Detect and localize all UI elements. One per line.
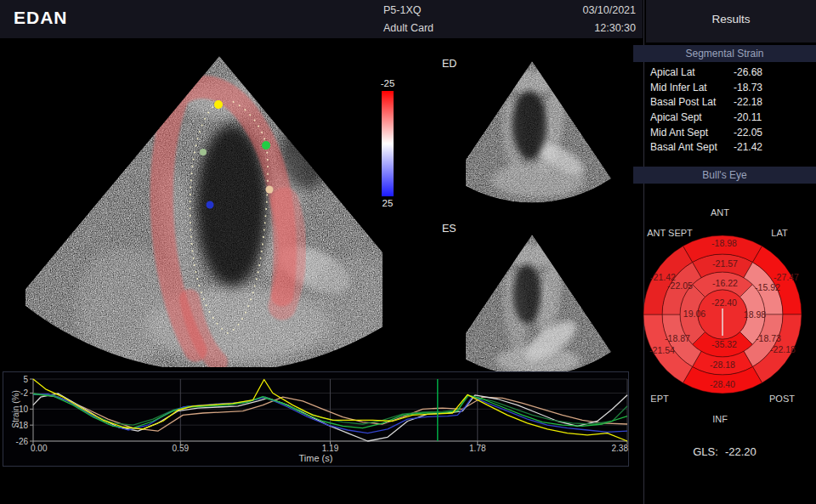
svg-text:1.19: 1.19 [322, 444, 339, 452]
bulls-eye-region-label: ANT SEPT [647, 228, 693, 238]
es-label: ES [442, 223, 456, 235]
table-row: Mid Ant Sept-22.05 [633, 125, 816, 140]
strain-chart: Strain (%) 5-2-10-18-260.000.591.191.782… [3, 371, 629, 467]
bulls-eye-value: -22.18 [770, 344, 796, 354]
bulls-eye-region-label: ANT [711, 207, 729, 218]
main-ultrasound-image [26, 53, 382, 367]
row-value: -20.11 [734, 111, 762, 123]
gls-readout: GLS:-22.20 [633, 445, 816, 458]
bulls-eye-value: -21.54 [649, 345, 675, 355]
strain-axis-label: Strain (%) [11, 379, 20, 440]
bulls-eye-region-label: POST [769, 394, 795, 404]
bulls-eye-region-label: LAT [771, 228, 788, 238]
svg-text:5: 5 [23, 375, 28, 384]
bulls-eye-value: -15.92 [755, 282, 780, 292]
preset-label: Adult Card [383, 22, 434, 34]
bulls-eye-value: -28.40 [710, 379, 735, 389]
bulls-eye-value: -27.47 [774, 272, 799, 282]
colorbar-min-label: 25 [368, 198, 407, 208]
contour-marker-pale-green[interactable] [200, 149, 207, 156]
date-label: 03/10/2021 [582, 4, 636, 16]
bulls-eye-value: -18.87 [665, 333, 690, 343]
row-value: -26.68 [734, 66, 762, 78]
chart-svg: 5-2-10-18-260.000.591.191.782.38 [3, 372, 628, 452]
ed-label: ED [442, 58, 456, 70]
bulls-eye-diagram: -16.2218.98-35.3219.06-21.57-15.92-18.73… [631, 189, 816, 430]
contour-marker-blue[interactable] [207, 201, 214, 209]
es-thumbnail[interactable] [466, 226, 629, 384]
bulls-eye-value: -22.40 [711, 297, 737, 308]
bulls-eye-region-label: EPT [650, 394, 669, 404]
contour-marker-yellow[interactable] [214, 100, 223, 109]
svg-text:2.38: 2.38 [612, 444, 628, 452]
bulls-eye-value: -18.73 [756, 333, 781, 343]
colorbar-max-label: -25 [368, 78, 407, 88]
row-label: Basal Post Lat [650, 96, 716, 108]
bulls-eye-value: -21.57 [712, 258, 738, 269]
svg-text:0.59: 0.59 [173, 444, 190, 452]
bulls-eye-region-label: INF [712, 414, 728, 424]
results-panel-header: Results [646, 0, 816, 42]
bulls-eye-header: Bull's Eye [633, 167, 816, 184]
segmental-strain-table: Apical Lat-26.68Mid Infer Lat-18.73Basal… [633, 65, 816, 155]
contour-marker-tan[interactable] [266, 186, 274, 194]
top-bar: EDAN P5-1XQ Adult Card 03/10/2021 12:30:… [0, 0, 643, 38]
row-label: Basal Ant Sept [650, 141, 717, 153]
results-title: Results [646, 13, 816, 25]
time-axis-label: Time (s) [3, 453, 628, 463]
edan-logo: EDAN [14, 8, 68, 28]
row-label: Apical Sept [650, 111, 702, 123]
table-row: Mid Infer Lat-18.73 [633, 80, 816, 95]
row-label: Mid Infer Lat [650, 82, 707, 93]
speckle-texture [26, 56, 382, 367]
svg-text:0.00: 0.00 [31, 444, 48, 452]
segmental-strain-header: Segmental Strain [633, 45, 816, 62]
table-row: Basal Ant Sept-21.42 [633, 139, 816, 155]
contour-marker-green[interactable] [262, 141, 270, 150]
ed-thumbnail[interactable] [466, 53, 629, 211]
bulls-eye-value: 18.98 [744, 309, 766, 320]
row-label: Apical Lat [650, 66, 695, 78]
table-row: Apical Lat-26.68 [633, 65, 816, 80]
screen: EDAN P5-1XQ Adult Card 03/10/2021 12:30:… [0, 0, 816, 504]
row-value: -21.42 [734, 141, 762, 153]
bulls-eye-value: -16.22 [712, 278, 738, 288]
table-row: Basal Post Lat-22.18 [633, 94, 816, 110]
row-value: -22.18 [734, 96, 762, 108]
strain-color-scale [382, 91, 394, 196]
svg-text:-2: -2 [20, 388, 28, 398]
bulls-eye-value: -18.98 [711, 238, 737, 248]
row-value: -22.05 [734, 127, 762, 139]
gls-label: GLS: [689, 445, 722, 458]
table-row: Apical Sept-20.11 [633, 110, 816, 125]
svg-text:1.78: 1.78 [469, 444, 486, 452]
bulls-eye-value: 19.06 [683, 309, 706, 319]
row-value: -18.73 [734, 82, 762, 93]
gls-value: -22.20 [722, 445, 760, 458]
bulls-eye-value: -35.32 [711, 339, 737, 349]
bulls-eye-value: -28.18 [710, 360, 735, 370]
row-label: Mid Ant Sept [650, 127, 708, 139]
probe-label: P5-1XQ [383, 4, 421, 16]
time-label: 12:30:30 [594, 22, 636, 34]
bulls-eye-value: -21.42 [650, 272, 676, 282]
